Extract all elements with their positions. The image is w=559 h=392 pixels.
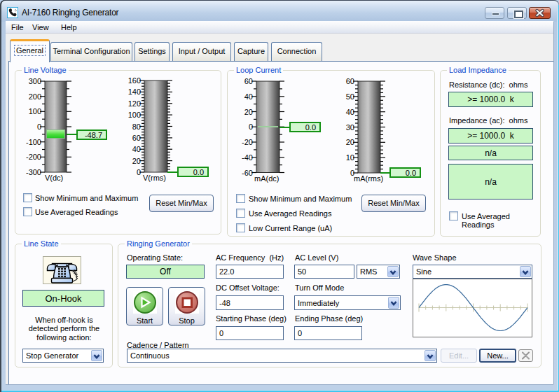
svg-text:140: 140 — [128, 88, 141, 96]
svg-text:20: 20 — [346, 138, 354, 146]
svg-text:160: 160 — [128, 76, 141, 85]
svg-text:120: 120 — [128, 99, 141, 108]
svg-text:50: 50 — [346, 92, 354, 101]
svg-text:-300: -300 — [26, 168, 41, 176]
svg-text:-60: -60 — [242, 169, 253, 177]
svg-text:300: 300 — [29, 77, 41, 85]
svg-text:30: 30 — [346, 123, 354, 132]
svg-text:200: 200 — [29, 92, 41, 101]
svg-text:-100: -100 — [26, 138, 41, 146]
svg-text:20: 20 — [132, 157, 141, 165]
svg-text:10: 10 — [346, 153, 354, 162]
svg-text:60: 60 — [346, 77, 354, 85]
svg-text:100: 100 — [29, 107, 41, 115]
svg-text:-20: -20 — [242, 138, 253, 146]
svg-text:0: 0 — [37, 122, 41, 131]
svg-text:0: 0 — [137, 168, 141, 176]
svg-text:100: 100 — [128, 111, 141, 119]
svg-text:60: 60 — [132, 134, 141, 142]
svg-text:20: 20 — [244, 108, 253, 116]
svg-text:-200: -200 — [26, 153, 41, 161]
svg-text:40: 40 — [244, 92, 253, 101]
svg-text:-40: -40 — [242, 153, 253, 162]
svg-text:40: 40 — [132, 145, 141, 153]
svg-text:60: 60 — [244, 77, 253, 85]
svg-text:0: 0 — [249, 122, 253, 131]
svg-text:40: 40 — [346, 108, 354, 116]
svg-text:80: 80 — [132, 122, 141, 131]
